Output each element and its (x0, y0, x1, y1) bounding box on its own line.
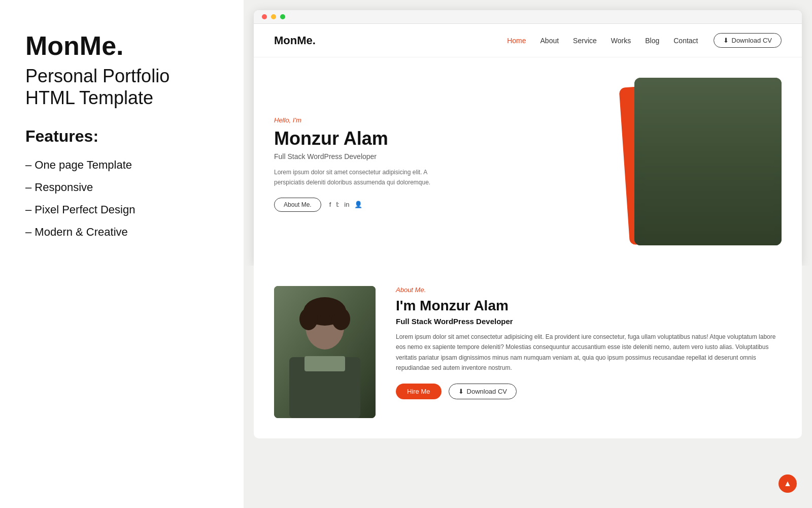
navbar: MonMe. Home About Service Works Blog Con… (254, 24, 802, 57)
hire-me-button[interactable]: Hire Me (396, 384, 442, 399)
linkedin-icon[interactable]: in (344, 201, 349, 208)
social-icons: f 𝕥 in 👤 (329, 201, 363, 208)
feature-item: Responsive (25, 176, 218, 199)
nav-link-contact[interactable]: Contact (673, 37, 698, 45)
nav-link-home[interactable]: Home (507, 37, 526, 45)
about-download-cv-button[interactable]: ⬇ Download CV (449, 384, 517, 399)
left-brand: MonMe. (25, 30, 218, 61)
nav-download-cv-button[interactable]: ⬇ Download CV (714, 33, 782, 48)
about-name: I'm Monzur Alam (396, 298, 782, 314)
svg-rect-0 (634, 78, 782, 245)
browser-dot-red (262, 14, 267, 19)
right-panel: MonMe. Home About Service Works Blog Con… (244, 0, 812, 508)
browser-chrome: MonMe. Home About Service Works Blog Con… (254, 10, 802, 266)
feature-item: One page Template (25, 154, 218, 176)
hero-text: Hello, I'm Monzur Alam Full Stack WordPr… (274, 116, 589, 211)
hero-image-area (589, 78, 782, 250)
download-icon: ⬇ (458, 388, 464, 395)
nav-links: Home About Service Works Blog Contact (507, 37, 698, 45)
feature-item: Modern & Creative (25, 221, 218, 243)
hero-name: Monzur Alam (274, 128, 589, 149)
twitter-icon[interactable]: 𝕥 (336, 201, 339, 208)
about-actions: Hire Me ⬇ Download CV (396, 384, 782, 399)
about-label: About Me. (396, 286, 782, 294)
person-silhouette (634, 78, 782, 245)
browser-dot-green (280, 14, 285, 19)
user-icon[interactable]: 👤 (354, 201, 362, 208)
left-panel: MonMe. Personal Portfolio HTML Template … (0, 0, 244, 508)
hero-greeting: Hello, I'm (274, 116, 589, 124)
features-list: One page Template Responsive Pixel Perfe… (25, 154, 218, 243)
svg-rect-4 (304, 356, 345, 371)
about-content: About Me. I'm Monzur Alam Full Stack Wor… (396, 286, 782, 418)
svg-point-8 (307, 298, 343, 316)
about-section: About Me. I'm Monzur Alam Full Stack Wor… (254, 266, 802, 438)
left-subtitle: Personal Portfolio HTML Template (25, 65, 218, 109)
nav-link-about[interactable]: About (540, 37, 559, 45)
scroll-to-top-button[interactable]: ▲ (779, 474, 797, 493)
about-role: Full Stack WordPress Developer (396, 317, 782, 326)
download-icon: ⬇ (723, 37, 729, 44)
browser-dot-yellow (271, 14, 276, 19)
facebook-icon[interactable]: f (329, 201, 331, 208)
hero-title: Full Stack WordPress Developer (274, 152, 589, 161)
about-section-wrapper: About Me. I'm Monzur Alam Full Stack Wor… (244, 266, 812, 508)
hero-actions: About Me. f 𝕥 in 👤 (274, 198, 589, 212)
hero-description: Lorem ipsum dolor sit amet consectetur a… (274, 168, 436, 187)
nav-link-works[interactable]: Works (611, 37, 631, 45)
about-description: Lorem ipsum dolor sit amet consectetur a… (396, 332, 782, 373)
features-title: Features: (25, 127, 218, 146)
feature-item: Pixel Perfect Design (25, 199, 218, 221)
nav-link-blog[interactable]: Blog (645, 37, 659, 45)
hero-photo (634, 78, 782, 245)
about-photo (274, 286, 376, 418)
about-me-button[interactable]: About Me. (274, 198, 321, 212)
hero-section: Hello, I'm Monzur Alam Full Stack WordPr… (254, 57, 802, 266)
nav-link-service[interactable]: Service (573, 37, 597, 45)
nav-brand: MonMe. (274, 34, 316, 47)
browser-bar (254, 10, 802, 24)
